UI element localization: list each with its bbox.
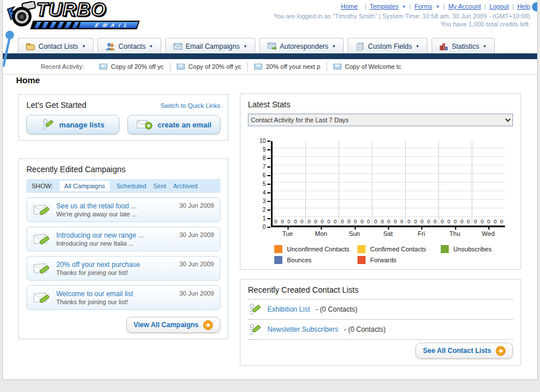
recent-activity-item[interactable]: Copy of Welcome tc (327, 62, 407, 72)
tab-custom-fields[interactable]: Custom Fields▼ (348, 38, 428, 54)
help-bubble-icon[interactable] (532, 2, 538, 11)
value-label: 0 (494, 218, 496, 224)
legend-item: Unsubscribes (441, 245, 524, 253)
link-home[interactable]: Home (341, 3, 358, 10)
value-label: 0 (294, 218, 297, 224)
campaign-row[interactable]: See us at the retail food ... We're givi… (26, 197, 220, 222)
chart-plot: 00000000000000000000000000000000000 (271, 141, 505, 227)
switch-quick-links[interactable]: Switch to Quick Links (160, 102, 220, 109)
arrow-right-icon (496, 346, 506, 356)
contact-list-row[interactable]: Exhibition List - (0 Contacts) (248, 300, 513, 320)
contacts-icon (106, 42, 115, 51)
y-axis-label: 2 (262, 207, 266, 213)
link-my-account[interactable]: My Account (448, 3, 481, 10)
tab-autoresponders[interactable]: Autoresponders▼ (259, 38, 344, 54)
campaign-subtitle: Thanks for joining our list! (56, 269, 140, 277)
tab-contacts[interactable]: Contacts▼ (98, 38, 161, 54)
campaign-date: 30 Jun 2009 (179, 202, 214, 209)
x-axis-label: Sun (338, 230, 371, 237)
campaign-title-link[interactable]: 20% off your next purchase (56, 261, 140, 269)
app-logo: TURBO EMAIL (6, 1, 150, 34)
value-label: 0 (454, 218, 457, 224)
campaign-subtitle: Introducing our new Italia ... (56, 239, 144, 247)
y-axis-label: 9 (262, 147, 266, 153)
link-logout[interactable]: Logout (490, 3, 509, 10)
legend-swatch (358, 245, 366, 253)
link-forms[interactable]: Forms (414, 3, 432, 10)
campaigns-panel: Recently Edited Campaigns SHOW: All Camp… (18, 158, 228, 339)
tab-contact-lists[interactable]: Contact Lists▼ (18, 38, 94, 54)
tab-label: Statistics (452, 42, 479, 51)
filter-archived[interactable]: Archived (173, 183, 198, 189)
campaign-subtitle: Thanks for joining our list! (56, 298, 133, 306)
contact-list-row[interactable]: Newsletter Subscribers - (0 Contacts) (248, 320, 513, 340)
campaign-row[interactable]: 20% off your next purchase Thanks for jo… (26, 256, 220, 281)
chart-column: 00000 (439, 141, 472, 226)
y-axis: 109876543210 (248, 141, 271, 227)
value-label: 0 (387, 218, 390, 224)
contact-list-link[interactable]: Newsletter Subscribers (267, 325, 338, 333)
filter-sent[interactable]: Sent (153, 183, 166, 189)
x-axis-label: Sat (371, 230, 405, 237)
y-axis-label: 10 (259, 138, 266, 144)
value-label: 0 (401, 218, 403, 224)
y-axis-label: 7 (262, 164, 266, 170)
legend-label: Confirmed Contacts (370, 246, 426, 253)
create-email-label: create an email (158, 121, 212, 129)
tab-email-campaigns[interactable]: Email Campaigns▼ (165, 38, 255, 54)
legend-swatch (274, 245, 282, 253)
campaign-date: 30 Jun 2009 (179, 290, 214, 297)
campaign-title-link[interactable]: Welcome to our email list (56, 290, 133, 298)
value-label: 0 (487, 218, 490, 224)
stats-range-select[interactable]: Contact Activity for the Last 7 Days (248, 114, 513, 126)
value-label: 0 (274, 218, 277, 224)
separator: | (364, 3, 366, 10)
x-axis-label: Thu (438, 230, 471, 237)
chevron-down-icon: ▼ (81, 44, 86, 48)
value-label: 0 (447, 218, 450, 224)
envelope-pencil-icon (33, 232, 51, 247)
value-label: 0 (500, 218, 503, 224)
separator: | (512, 3, 514, 10)
create-email-button[interactable]: create an email (127, 115, 220, 134)
brand-sub: EMAIL (94, 22, 132, 28)
tab-statistics[interactable]: Statistics▼ (432, 38, 495, 54)
y-axis-label: 1 (262, 216, 266, 222)
recent-activity-item[interactable]: Copy of 20% off yc (93, 62, 170, 72)
value-label: 0 (321, 218, 324, 224)
chevron-down-icon: ▼ (149, 44, 153, 48)
envelope-arrow-icon (267, 42, 277, 50)
value-label: 0 (281, 218, 283, 224)
see-all-contact-lists-button[interactable]: See All Contact Lists (415, 343, 513, 359)
contact-lists-title: Recently Created Contact Lists (248, 285, 513, 300)
campaign-row[interactable]: Welcome to our email list Thanks for joi… (26, 285, 220, 310)
contact-list-link[interactable]: Exhibition List (267, 305, 310, 313)
campaign-row[interactable]: Introducing our new range ... Introducin… (26, 227, 220, 251)
value-label: 0 (367, 218, 370, 224)
view-all-campaigns-button[interactable]: View All Campaigns (126, 317, 220, 333)
activity-item-label: 20% off your next p (266, 63, 320, 70)
legend-label: Unsubscribes (453, 246, 492, 253)
manage-lists-button[interactable]: manage lists (26, 115, 119, 134)
email-banner: EMAIL (30, 21, 140, 29)
chevron-down-icon: ▼ (402, 5, 406, 9)
campaign-title-link[interactable]: See us at the retail food ... (56, 202, 137, 210)
filter-all-campaigns[interactable]: All Campaigns (60, 181, 110, 191)
link-help[interactable]: Help (517, 3, 530, 10)
legend-item: Unconfirmed Contacts (274, 245, 358, 253)
recent-activity-item[interactable]: 20% off your next p (248, 62, 327, 72)
value-label: 0 (341, 218, 344, 224)
legend-swatch (274, 256, 282, 264)
link-templates[interactable]: Templates (370, 3, 398, 10)
legend-item: Bounces (274, 256, 358, 264)
see-all-contact-lists-label: See All Contact Lists (423, 347, 491, 355)
tab-label: Contact Lists (38, 42, 78, 51)
value-label: 0 (327, 218, 330, 224)
recent-activity-item[interactable]: Copy of 20% off yc (170, 62, 248, 72)
y-axis-label: 8 (262, 156, 266, 161)
envelope-pencil-icon (33, 261, 51, 276)
filter-scheduled[interactable]: Scheduled (116, 183, 146, 189)
page-title: Home (16, 75, 40, 85)
campaign-title-link[interactable]: Introducing our new range ... (56, 231, 144, 239)
x-axis-label: Wed (472, 230, 505, 237)
